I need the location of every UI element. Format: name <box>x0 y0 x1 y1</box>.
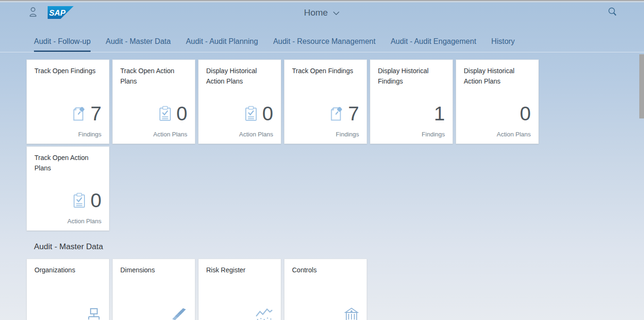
tab-audit-audit-planning[interactable]: Audit - Audit Planning <box>186 37 258 52</box>
tile-kpi: 0 <box>520 103 531 124</box>
tile-unit-label: Findings <box>422 131 445 138</box>
tile-kpi-value: 0 <box>520 103 531 124</box>
building-icon <box>344 307 359 320</box>
tile-title: Display Historical Action Plans <box>199 60 281 86</box>
tile-risk-register[interactable]: Risk Register <box>198 259 281 320</box>
tile-title: Track Open Action Plans <box>27 147 109 173</box>
tab-audit-follow-up[interactable]: Audit - Follow-up <box>34 37 91 52</box>
tab-audit-resource-management[interactable]: Audit - Resource Management <box>273 37 376 52</box>
tile-kpi: 7 <box>71 103 101 124</box>
tile-kpi-value: 0 <box>262 103 273 124</box>
tile-kpi: 0 <box>72 190 101 211</box>
tile-kpi-value: 7 <box>348 103 359 124</box>
tile-title: Dimensions <box>113 259 195 275</box>
sap-logo: SAP <box>48 6 74 19</box>
pin-document-icon <box>329 106 344 122</box>
tile-title: Track Open Findings <box>27 60 109 76</box>
tile-kpi-value: 0 <box>176 103 187 124</box>
tile-title: Track Open Findings <box>284 60 367 76</box>
launchpad-page: SAP Home Audit - Follow-upAudit - Master… <box>0 0 644 320</box>
tile-track-open-findings[interactable]: Track Open Findings7Findings <box>26 59 109 144</box>
tile-groups: Track Open Findings7FindingsTrack Open A… <box>0 52 644 320</box>
anchor-tab-bar: Audit - Follow-upAudit - Master DataAudi… <box>0 23 644 52</box>
tab-audit-master-data[interactable]: Audit - Master Data <box>106 37 171 52</box>
tile-title: Track Open Action Plans <box>113 60 195 86</box>
tile-kpi: 1 <box>434 103 445 124</box>
shell-header: SAP Home <box>0 2 644 23</box>
tile-controls[interactable]: Controls <box>284 259 367 320</box>
tab-history[interactable]: History <box>491 37 515 52</box>
pin-document-icon <box>71 106 86 122</box>
tile-kpi: 0 <box>244 103 273 124</box>
tile-title: Display Historical Findings <box>370 60 452 86</box>
tile-unit-label: Action Plans <box>153 131 187 138</box>
page-title-menu[interactable]: Home <box>304 8 340 18</box>
tile-title: Display Historical Action Plans <box>456 60 538 86</box>
tile-track-open-action-plans[interactable]: Track Open Action Plans0Action Plans <box>26 146 109 231</box>
page-title: Home <box>304 8 328 18</box>
clipboard-check-icon <box>244 106 258 122</box>
tile-kpi-value: 7 <box>91 103 101 124</box>
tile-grid: OrganizationsDimensionsRisk RegisterCont… <box>26 259 618 320</box>
search-button[interactable] <box>607 7 618 19</box>
tile-track-open-findings[interactable]: Track Open Findings7Findings <box>284 59 367 144</box>
tile-title: Risk Register <box>199 259 281 275</box>
tile-unit-label: Findings <box>78 131 101 138</box>
sap-logo-text: SAP <box>49 8 66 17</box>
tile-organizations[interactable]: Organizations <box>26 259 109 320</box>
search-icon <box>607 7 618 19</box>
tile-unit-label: Action Plans <box>497 131 531 138</box>
person-icon <box>28 7 38 19</box>
chevron-down-icon <box>333 8 340 18</box>
scrollbar-thumb[interactable] <box>639 54 644 118</box>
org-chart-icon <box>86 307 101 320</box>
tile-track-open-action-plans[interactable]: Track Open Action Plans0Action Plans <box>112 59 195 144</box>
profile-button[interactable] <box>28 7 38 19</box>
clipboard-check-icon <box>158 106 172 122</box>
layers-icon <box>171 307 187 320</box>
tile-unit-label: Findings <box>336 131 359 138</box>
tile-display-historical-findings[interactable]: Display Historical Findings1Findings <box>370 59 453 144</box>
trend-chart-icon <box>255 307 273 320</box>
tile-unit-label: Action Plans <box>239 131 273 138</box>
tile-display-historical-action-plans[interactable]: Display Historical Action Plans0Action P… <box>198 59 281 144</box>
clipboard-check-icon <box>72 193 86 209</box>
tab-audit-audit-engagement[interactable]: Audit - Audit Engagement <box>391 37 476 52</box>
tile-unit-label: Action Plans <box>67 218 101 225</box>
tile-kpi-value: 1 <box>434 103 445 124</box>
tile-title: Organizations <box>27 259 109 275</box>
tile-kpi-value: 0 <box>91 190 101 211</box>
tile-grid: Track Open Findings7FindingsTrack Open A… <box>26 59 618 231</box>
tile-display-historical-action-plans[interactable]: Display Historical Action Plans0Action P… <box>456 59 539 144</box>
tile-dimensions[interactable]: Dimensions <box>112 259 195 320</box>
tile-title: Controls <box>284 259 367 275</box>
tile-kpi: 0 <box>158 103 187 124</box>
group-header-audit-master-data: Audit - Master Data <box>34 242 618 252</box>
tile-kpi: 7 <box>329 103 359 124</box>
